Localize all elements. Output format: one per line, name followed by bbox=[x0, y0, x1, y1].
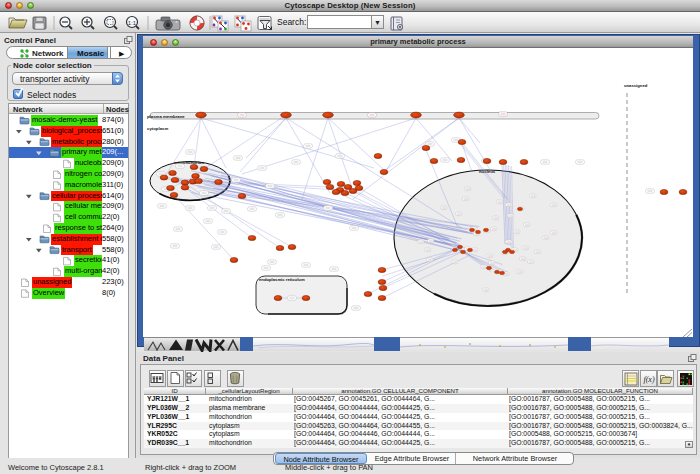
svg-text:nucleus: nucleus bbox=[479, 169, 496, 174]
svg-text:f(x): f(x) bbox=[643, 375, 654, 384]
svg-text:plasma membrane: plasma membrane bbox=[147, 114, 185, 119]
svg-text:cytoplasm: cytoplasm bbox=[147, 126, 168, 131]
svg-text:1:1: 1:1 bbox=[128, 20, 137, 26]
svg-text:unassigned: unassigned bbox=[624, 83, 648, 88]
svg-text:endoplasmic reticulum: endoplasmic reticulum bbox=[259, 277, 305, 282]
